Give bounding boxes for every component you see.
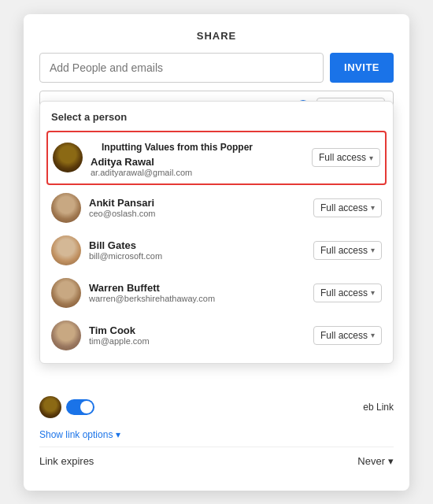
bottom-section: eb Link Show link options ▾ Link expires… — [39, 391, 394, 475]
chevron-down-icon: ▾ — [371, 288, 375, 297]
chevron-down-icon: ▾ — [371, 203, 375, 212]
modal-title: SHARE — [39, 30, 394, 42]
tim-access-dropdown[interactable]: Full access ▾ — [313, 326, 382, 345]
never-dropdown[interactable]: Never ▾ — [357, 455, 394, 467]
avatar-ankit — [51, 193, 81, 223]
ankit-access-dropdown[interactable]: Full access ▾ — [313, 198, 382, 217]
popover-note: Inputting Values from this Popper — [91, 139, 304, 156]
web-link-text: eb Link — [363, 402, 394, 413]
show-link-chevron: ▾ — [116, 429, 120, 440]
show-link-label: Show link options — [39, 429, 113, 440]
web-link-toggle[interactable] — [66, 399, 94, 415]
show-link-options-row[interactable]: Show link options ▾ — [39, 423, 394, 447]
avatar-warren — [51, 278, 81, 308]
mini-avatar-1 — [39, 396, 61, 418]
link-expires-label: Link expires — [39, 455, 94, 467]
share-modal: SHARE INVITE Full access ▾ Select a pers… — [24, 14, 409, 491]
person-row-warren[interactable]: Warren Buffett warren@berkshirehathaway.… — [40, 272, 393, 314]
chevron-down-icon: ▾ — [369, 154, 373, 162]
chevron-down-icon: ▾ — [371, 246, 375, 254]
invite-button[interactable]: INVITE — [330, 53, 394, 83]
never-chevron: ▾ — [388, 455, 394, 467]
popover-title: Select a person — [40, 108, 393, 129]
chevron-down-icon: ▾ — [371, 331, 375, 339]
avatar-bill — [51, 235, 81, 265]
invite-row: INVITE — [39, 53, 394, 83]
bottom-people-row: eb Link — [39, 391, 394, 423]
link-expires-row: Link expires Never ▾ — [39, 447, 394, 475]
never-value: Never — [357, 455, 385, 467]
add-people-input[interactable] — [39, 53, 324, 83]
person-row-aditya[interactable]: Inputting Values from this Popper Aditya… — [46, 131, 387, 185]
person-row-tim[interactable]: Tim Cook tim@apple.com Full access ▾ — [40, 314, 393, 357]
person-row-ankit[interactable]: Ankit Pansari ceo@oslash.com Full access… — [40, 187, 393, 229]
avatar-tim — [51, 321, 81, 350]
warren-access-dropdown[interactable]: Full access ▾ — [313, 284, 382, 302]
person-select-popover: Select a person Inputting Values from th… — [39, 101, 394, 364]
person-info-aditya: Inputting Values from this Popper Aditya… — [91, 139, 304, 177]
aditya-access-dropdown[interactable]: Full access ▾ — [312, 148, 380, 167]
person-row-bill[interactable]: Bill Gates bill@microsoft.com Full acces… — [40, 229, 393, 272]
bill-access-dropdown[interactable]: Full access ▾ — [313, 241, 382, 260]
avatar-aditya — [53, 143, 83, 172]
